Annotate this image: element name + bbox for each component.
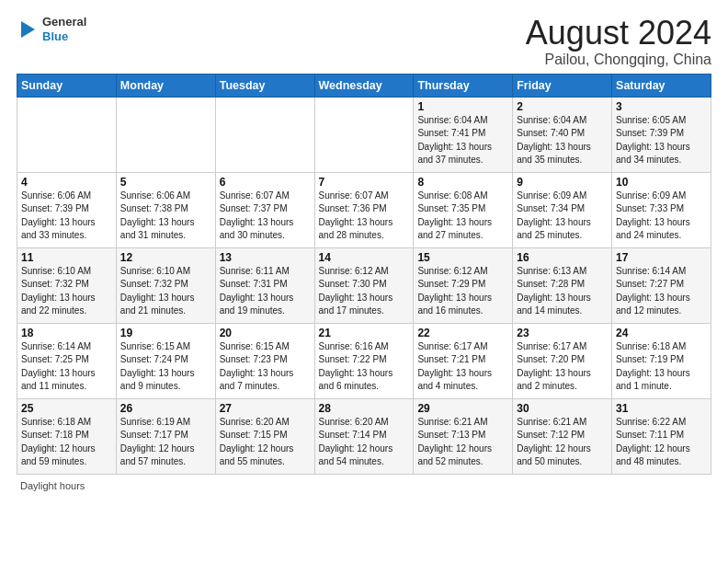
day-info: Sunrise: 6:07 AM Sunset: 7:37 PM Dayligh… bbox=[220, 190, 311, 243]
day-info: Sunrise: 6:09 AM Sunset: 7:33 PM Dayligh… bbox=[616, 190, 707, 243]
day-number: 4 bbox=[21, 176, 112, 189]
day-info: Sunrise: 6:22 AM Sunset: 7:11 PM Dayligh… bbox=[616, 416, 707, 469]
day-info: Sunrise: 6:04 AM Sunset: 7:41 PM Dayligh… bbox=[417, 114, 508, 167]
calendar-cell: 22Sunrise: 6:17 AM Sunset: 7:21 PM Dayli… bbox=[414, 323, 513, 398]
calendar-cell: 30Sunrise: 6:21 AM Sunset: 7:12 PM Dayli… bbox=[513, 398, 612, 474]
day-info: Sunrise: 6:20 AM Sunset: 7:15 PM Dayligh… bbox=[220, 416, 311, 469]
day-header-row: SundayMondayTuesdayWednesdayThursdayFrid… bbox=[17, 74, 711, 97]
day-number: 28 bbox=[319, 402, 410, 415]
logo-general-text: General bbox=[42, 15, 86, 29]
day-info: Sunrise: 6:17 AM Sunset: 7:21 PM Dayligh… bbox=[417, 340, 508, 394]
day-header-sunday: Sunday bbox=[17, 74, 117, 97]
day-number: 7 bbox=[319, 176, 410, 189]
day-number: 8 bbox=[417, 176, 508, 189]
svg-marker-0 bbox=[21, 21, 35, 38]
calendar-cell: 27Sunrise: 6:20 AM Sunset: 7:15 PM Dayli… bbox=[215, 398, 314, 474]
subtitle: Pailou, Chongqing, China bbox=[526, 52, 711, 68]
day-number: 11 bbox=[21, 251, 112, 264]
day-info: Sunrise: 6:04 AM Sunset: 7:40 PM Dayligh… bbox=[517, 114, 608, 167]
calendar-cell: 20Sunrise: 6:15 AM Sunset: 7:23 PM Dayli… bbox=[215, 323, 314, 398]
calendar-cell: 31Sunrise: 6:22 AM Sunset: 7:11 PM Dayli… bbox=[612, 398, 711, 474]
calendar-body: 1Sunrise: 6:04 AM Sunset: 7:41 PM Daylig… bbox=[17, 97, 711, 474]
calendar-cell bbox=[17, 97, 117, 172]
day-number: 25 bbox=[21, 402, 112, 415]
day-info: Sunrise: 6:11 AM Sunset: 7:31 PM Dayligh… bbox=[220, 265, 311, 318]
day-number: 12 bbox=[120, 251, 211, 264]
day-info: Sunrise: 6:12 AM Sunset: 7:29 PM Dayligh… bbox=[417, 265, 508, 318]
day-info: Sunrise: 6:08 AM Sunset: 7:35 PM Dayligh… bbox=[417, 190, 508, 243]
calendar-cell: 1Sunrise: 6:04 AM Sunset: 7:41 PM Daylig… bbox=[414, 97, 513, 172]
calendar-cell: 4Sunrise: 6:06 AM Sunset: 7:39 PM Daylig… bbox=[17, 172, 117, 247]
calendar-cell: 25Sunrise: 6:18 AM Sunset: 7:18 PM Dayli… bbox=[17, 398, 117, 474]
day-info: Sunrise: 6:18 AM Sunset: 7:18 PM Dayligh… bbox=[21, 416, 112, 469]
day-info: Sunrise: 6:21 AM Sunset: 7:13 PM Dayligh… bbox=[417, 416, 508, 469]
logo-icon bbox=[17, 19, 37, 40]
day-number: 6 bbox=[220, 176, 311, 189]
day-info: Sunrise: 6:06 AM Sunset: 7:38 PM Dayligh… bbox=[120, 190, 211, 243]
daylight-label: Daylight hours bbox=[20, 480, 85, 491]
day-info: Sunrise: 6:18 AM Sunset: 7:19 PM Dayligh… bbox=[616, 340, 707, 394]
day-header-thursday: Thursday bbox=[414, 74, 513, 97]
day-info: Sunrise: 6:17 AM Sunset: 7:20 PM Dayligh… bbox=[517, 340, 608, 394]
calendar-cell: 18Sunrise: 6:14 AM Sunset: 7:25 PM Dayli… bbox=[17, 323, 117, 398]
main-title: August 2024 bbox=[526, 15, 711, 52]
calendar-cell: 2Sunrise: 6:04 AM Sunset: 7:40 PM Daylig… bbox=[513, 97, 612, 172]
calendar-cell: 19Sunrise: 6:15 AM Sunset: 7:24 PM Dayli… bbox=[116, 323, 215, 398]
day-info: Sunrise: 6:21 AM Sunset: 7:12 PM Dayligh… bbox=[517, 416, 608, 469]
day-number: 31 bbox=[616, 402, 707, 415]
day-header-wednesday: Wednesday bbox=[314, 74, 414, 97]
day-number: 20 bbox=[220, 327, 311, 339]
title-block: August 2024 Pailou, Chongqing, China bbox=[526, 15, 711, 68]
calendar-cell: 23Sunrise: 6:17 AM Sunset: 7:20 PM Dayli… bbox=[513, 323, 612, 398]
logo: General Blue bbox=[17, 15, 86, 43]
footer: Daylight hours bbox=[17, 480, 711, 491]
calendar-cell bbox=[215, 97, 314, 172]
day-info: Sunrise: 6:10 AM Sunset: 7:32 PM Dayligh… bbox=[120, 265, 211, 318]
day-number: 24 bbox=[616, 327, 707, 339]
day-number: 3 bbox=[616, 100, 707, 113]
calendar-cell: 24Sunrise: 6:18 AM Sunset: 7:19 PM Dayli… bbox=[612, 323, 711, 398]
day-number: 30 bbox=[517, 402, 608, 415]
week-row-5: 25Sunrise: 6:18 AM Sunset: 7:18 PM Dayli… bbox=[17, 398, 711, 474]
day-info: Sunrise: 6:09 AM Sunset: 7:34 PM Dayligh… bbox=[517, 190, 608, 243]
day-info: Sunrise: 6:20 AM Sunset: 7:14 PM Dayligh… bbox=[319, 416, 410, 469]
day-header-monday: Monday bbox=[116, 74, 215, 97]
day-header-tuesday: Tuesday bbox=[215, 74, 314, 97]
calendar-cell: 29Sunrise: 6:21 AM Sunset: 7:13 PM Dayli… bbox=[414, 398, 513, 474]
day-number: 17 bbox=[616, 251, 707, 264]
calendar-cell: 21Sunrise: 6:16 AM Sunset: 7:22 PM Dayli… bbox=[314, 323, 414, 398]
day-info: Sunrise: 6:16 AM Sunset: 7:22 PM Dayligh… bbox=[319, 340, 410, 394]
day-info: Sunrise: 6:19 AM Sunset: 7:17 PM Dayligh… bbox=[120, 416, 211, 469]
day-number: 14 bbox=[319, 251, 410, 264]
week-row-4: 18Sunrise: 6:14 AM Sunset: 7:25 PM Dayli… bbox=[17, 323, 711, 398]
page: General Blue August 2024 Pailou, Chongqi… bbox=[0, 0, 728, 563]
day-number: 9 bbox=[517, 176, 608, 189]
day-info: Sunrise: 6:14 AM Sunset: 7:27 PM Dayligh… bbox=[616, 265, 707, 318]
header: General Blue August 2024 Pailou, Chongqi… bbox=[17, 15, 711, 68]
day-info: Sunrise: 6:15 AM Sunset: 7:23 PM Dayligh… bbox=[220, 340, 311, 394]
day-number: 19 bbox=[120, 327, 211, 339]
week-row-1: 1Sunrise: 6:04 AM Sunset: 7:41 PM Daylig… bbox=[17, 97, 711, 172]
day-header-saturday: Saturday bbox=[612, 74, 711, 97]
calendar-cell: 26Sunrise: 6:19 AM Sunset: 7:17 PM Dayli… bbox=[116, 398, 215, 474]
calendar-cell: 17Sunrise: 6:14 AM Sunset: 7:27 PM Dayli… bbox=[612, 247, 711, 323]
day-number: 16 bbox=[517, 251, 608, 264]
calendar-cell: 11Sunrise: 6:10 AM Sunset: 7:32 PM Dayli… bbox=[17, 247, 117, 323]
day-number: 27 bbox=[220, 402, 311, 415]
day-number: 23 bbox=[517, 327, 608, 339]
day-info: Sunrise: 6:13 AM Sunset: 7:28 PM Dayligh… bbox=[517, 265, 608, 318]
day-info: Sunrise: 6:06 AM Sunset: 7:39 PM Dayligh… bbox=[21, 190, 112, 243]
calendar-table: SundayMondayTuesdayWednesdayThursdayFrid… bbox=[17, 74, 711, 475]
day-number: 18 bbox=[21, 327, 112, 339]
day-number: 1 bbox=[417, 100, 508, 113]
calendar-header: SundayMondayTuesdayWednesdayThursdayFrid… bbox=[17, 74, 711, 97]
calendar-cell: 28Sunrise: 6:20 AM Sunset: 7:14 PM Dayli… bbox=[314, 398, 414, 474]
day-info: Sunrise: 6:12 AM Sunset: 7:30 PM Dayligh… bbox=[319, 265, 410, 318]
week-row-2: 4Sunrise: 6:06 AM Sunset: 7:39 PM Daylig… bbox=[17, 172, 711, 247]
day-number: 15 bbox=[417, 251, 508, 264]
calendar-cell: 6Sunrise: 6:07 AM Sunset: 7:37 PM Daylig… bbox=[215, 172, 314, 247]
calendar-cell bbox=[314, 97, 414, 172]
day-number: 22 bbox=[417, 327, 508, 339]
day-number: 29 bbox=[417, 402, 508, 415]
calendar-cell: 15Sunrise: 6:12 AM Sunset: 7:29 PM Dayli… bbox=[414, 247, 513, 323]
